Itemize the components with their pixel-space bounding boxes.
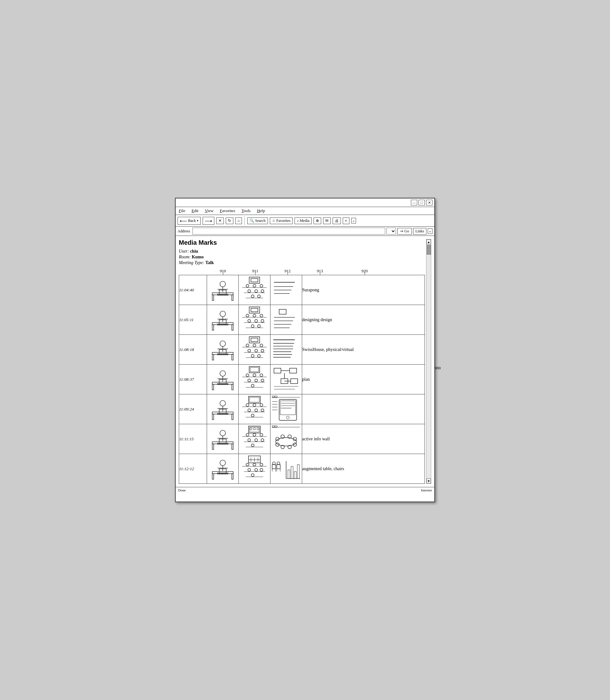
thumb-cell-913-4[interactable] <box>270 394 302 424</box>
svg-point-69 <box>261 349 264 352</box>
close-button[interactable]: ✕ <box>426 200 432 206</box>
thumb-cell-913-0[interactable] <box>270 275 302 305</box>
user-label: User: <box>179 249 189 254</box>
forward-button[interactable]: ⟶ <box>203 217 214 225</box>
meeting-type-value: Talk <box>206 260 214 265</box>
search-button[interactable]: 🔍 Search <box>247 217 268 224</box>
svg-rect-210 <box>291 466 293 479</box>
svg-point-71 <box>257 355 260 357</box>
col-header-911: 911 <box>239 268 271 274</box>
svg-rect-46 <box>279 309 286 314</box>
scroll-up-button[interactable]: ▲ <box>427 239 431 244</box>
address-input[interactable] <box>192 228 385 234</box>
time-cell: 11:04:40 <box>179 275 207 305</box>
favorites-button[interactable]: ☆ Favorites <box>270 217 293 224</box>
menu-favorites[interactable]: Favorites <box>219 208 236 214</box>
vertical-scrollbar[interactable]: ▲ ▼ <box>426 239 431 484</box>
svg-point-56 <box>220 341 226 346</box>
svg-rect-131 <box>279 400 297 420</box>
thumb-cell-911-3[interactable] <box>207 364 239 394</box>
mail-button[interactable]: ✉ <box>323 217 331 224</box>
back-button[interactable]: ⟵ Back ▾ <box>178 217 201 225</box>
go-button[interactable]: ⇒ Go <box>397 228 412 234</box>
title-bar: — □ ✕ <box>176 198 434 207</box>
label-cell-4 <box>302 394 425 424</box>
svg-point-95 <box>248 379 251 382</box>
address-overflow-button[interactable]: » <box>428 228 433 234</box>
media-button[interactable]: ♪ Media <box>294 217 312 224</box>
col-header-912: 912 <box>271 268 304 274</box>
room-value: Kumo <box>192 255 204 259</box>
svg-point-194 <box>260 463 263 466</box>
links-button[interactable]: Links <box>413 228 426 234</box>
minimize-button[interactable]: — <box>411 200 417 206</box>
svg-point-15 <box>260 284 263 287</box>
svg-point-64 <box>246 344 249 347</box>
presenter-thumbnail-6 <box>207 424 238 452</box>
network-button[interactable]: ⊕ <box>314 217 321 224</box>
scroll-down-button[interactable]: ▼ <box>427 478 431 484</box>
stop-button[interactable]: ✕ <box>216 217 224 224</box>
menu-edit[interactable]: Edit <box>191 208 199 214</box>
svg-rect-1 <box>212 295 214 300</box>
internet-zone: Internet <box>421 488 432 492</box>
meeting-room-thumbnail <box>270 424 302 452</box>
svg-rect-34 <box>251 308 258 312</box>
svg-rect-100 <box>290 369 297 373</box>
svg-point-20 <box>257 295 260 298</box>
home-button[interactable]: ⌂ <box>235 217 242 224</box>
thumb-cell-912-4[interactable] <box>239 394 270 424</box>
svg-rect-142 <box>212 444 214 450</box>
svg-point-163 <box>252 444 254 447</box>
thumb-cell-912-1[interactable] <box>239 305 270 335</box>
thumb-cell-912-6[interactable] <box>239 454 270 484</box>
thumb-cell-912-3[interactable] <box>239 364 270 394</box>
menu-file[interactable]: File <box>178 208 186 214</box>
thumb-cell-911-1[interactable] <box>207 305 239 335</box>
stop-icon: ✕ <box>219 218 222 223</box>
thumb-cell-911-5[interactable] <box>207 424 239 454</box>
thumb-cell-913-5[interactable] <box>270 424 302 454</box>
thumb-cell-913-2[interactable] <box>270 335 302 364</box>
thumb-cell-913-6[interactable] <box>270 454 302 484</box>
thumb-cell-912-0[interactable] <box>239 275 270 305</box>
go-label: Go <box>404 229 409 234</box>
content-area: Media Marks User: chiu Room: Kumo Meetin… <box>176 236 434 487</box>
svg-rect-143 <box>232 444 233 450</box>
thumb-cell-911-0[interactable] <box>207 275 239 305</box>
ref-900-label: 900 <box>435 365 441 371</box>
maximize-button[interactable]: □ <box>418 200 425 206</box>
svg-point-146 <box>220 430 226 436</box>
menu-tools[interactable]: Tools <box>241 208 252 214</box>
toolbar-overflow-button[interactable]: » <box>351 218 356 224</box>
print-button[interactable]: 🖨 <box>333 217 341 224</box>
favorites-label: Favorites <box>276 218 291 223</box>
audience-thumbnail <box>239 275 270 304</box>
diagram-thumbnail <box>270 364 302 393</box>
thumb-cell-911-6[interactable] <box>207 454 239 484</box>
thumb-cell-912-5[interactable] <box>239 424 270 454</box>
svg-point-205 <box>273 462 275 465</box>
search-label: Search <box>255 218 266 223</box>
thumb-cell-911-2[interactable] <box>207 335 239 364</box>
refresh-button[interactable]: ↻ <box>226 217 234 224</box>
audience-thumbnail-5 <box>239 394 270 423</box>
col-tick-911 <box>255 272 256 275</box>
svg-point-19 <box>252 295 254 298</box>
col-header-920: 920 <box>336 268 393 274</box>
thumb-cell-913-3[interactable] <box>270 364 302 394</box>
thumb-cell-912-2[interactable] <box>239 335 270 364</box>
discuss-button[interactable]: ≡ <box>343 217 349 224</box>
scrollbar-thumb[interactable] <box>427 245 431 255</box>
browser-window: — □ ✕ File Edit View Favorites Tools Hel… <box>175 198 435 502</box>
menu-view[interactable]: View <box>204 208 214 214</box>
svg-point-160 <box>248 439 251 442</box>
presenter-thumbnail-2 <box>207 305 238 333</box>
svg-point-161 <box>255 439 258 442</box>
table-row: 11:04:40 <box>179 275 425 305</box>
thumb-cell-913-1[interactable] <box>270 305 302 335</box>
address-dropdown[interactable] <box>386 228 396 234</box>
svg-point-13 <box>246 284 249 287</box>
menu-help[interactable]: Help <box>256 208 266 214</box>
thumb-cell-911-4[interactable] <box>207 394 239 424</box>
